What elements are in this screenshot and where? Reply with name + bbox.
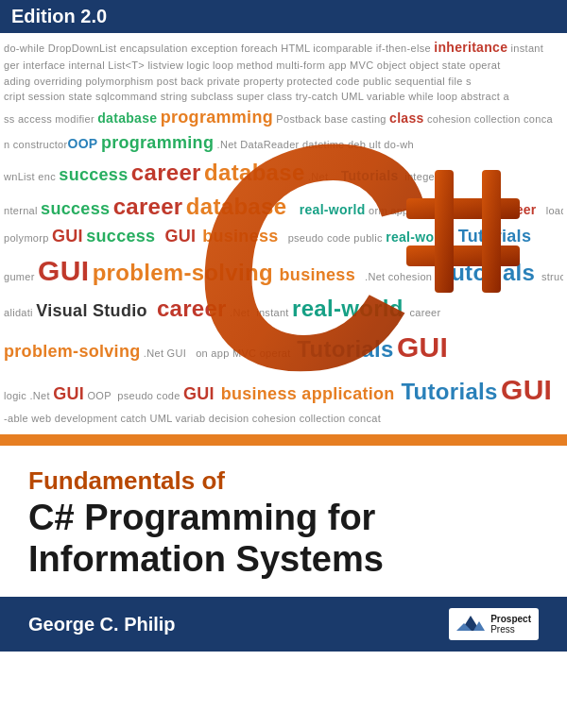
svg-rect-2 (406, 245, 520, 266)
title-section: Fundamentals of C# Programming for Infor… (0, 446, 567, 597)
csharp-logo: C (189, 76, 567, 434)
main-title: C# Programming for Information Systems (28, 498, 539, 580)
edition-label: Edition 2.0 (11, 6, 107, 26)
svg-rect-1 (406, 198, 520, 219)
fundamentals-subtitle: Fundamentals of (28, 466, 539, 496)
author-name: George C. Philip (28, 614, 176, 635)
publisher-text: Prospect Press (490, 614, 531, 635)
main-title-line1: C# Programming for (28, 498, 375, 537)
author-bar: George C. Philip Prospect Press (0, 597, 567, 652)
mountain-icon (456, 612, 485, 636)
prospect-label: Prospect (490, 614, 531, 624)
svg-text:C: C (189, 77, 425, 397)
press-label: Press (490, 624, 531, 635)
svg-rect-3 (435, 170, 454, 293)
cover-top: Edition 2.0 do-while DropDownList encaps… (0, 0, 567, 434)
orange-divider-top (0, 434, 567, 446)
main-title-line2: Information Systems (28, 539, 384, 579)
publisher-logo: Prospect Press (449, 608, 539, 640)
svg-rect-4 (482, 170, 501, 293)
edition-banner: Edition 2.0 (0, 0, 567, 33)
